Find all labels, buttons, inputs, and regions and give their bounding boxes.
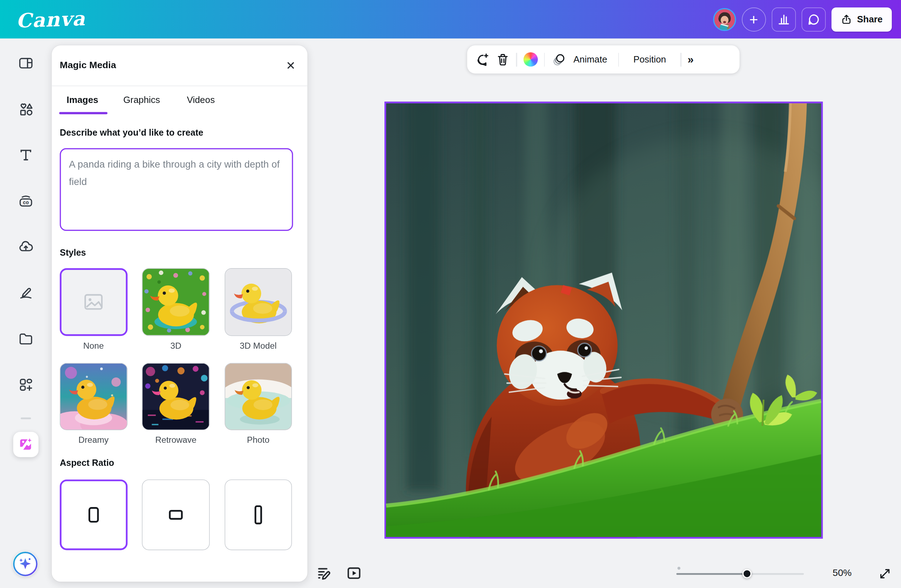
tab-graphics[interactable]: Graphics [112,86,171,114]
zoom-slider-fill [677,573,747,574]
style-thumb-3d-model [224,268,292,336]
add-comment-icon[interactable] [475,52,489,67]
style-thumb-dreamy [60,362,127,430]
toolbar-divider [516,53,517,66]
magic-media-icon [19,437,33,452]
style-thumb-retrowave [142,362,210,430]
aspect-option-square[interactable] [60,479,127,550]
panel-tabs: Images Graphics Videos [53,86,307,114]
insights-button[interactable] [771,7,795,31]
animate-icon [552,53,566,66]
close-icon[interactable]: ✕ [282,57,299,74]
panel-title: Magic Media [60,60,116,71]
animate-label: Animate [570,54,610,65]
sidebar-item-design[interactable] [9,45,42,81]
red-panda-artwork [386,103,821,537]
landscape-ratio-icon [169,510,183,520]
share-button[interactable]: Share [831,7,892,31]
portrait-ratio-icon [254,505,262,524]
selection-toolbar: Animate Position » [467,45,740,73]
sidebar-item-text[interactable] [9,137,42,173]
aspect-option-portrait[interactable] [224,479,292,550]
toolbar-divider [618,53,619,66]
canvas-selected-image[interactable] [384,101,823,539]
more-tools-chevron-icon[interactable]: » [687,53,694,66]
elements-icon [18,101,34,117]
present-play-icon[interactable] [346,565,362,581]
topbar-actions: + [713,7,901,31]
style-thumb-photo [224,362,292,430]
style-label: 3D [170,340,181,350]
sidebar-item-projects[interactable] [9,321,42,356]
zoom-controls: 50% [677,565,892,582]
user-avatar[interactable] [713,8,736,31]
tab-images[interactable]: Images [53,86,112,114]
canva-logo[interactable]: Canva [16,6,86,32]
tab-videos[interactable]: Videos [171,86,231,114]
style-option-dreamy[interactable]: Dreamy [60,362,127,444]
sidebar-item-elements[interactable] [9,91,42,127]
zoom-level: 50% [833,568,852,579]
footer-left-tools [316,565,362,581]
sidebar-item-magic-media-active[interactable] [13,431,38,457]
top-bar: Canva + [0,0,901,38]
image-placeholder-icon [61,270,125,334]
styles-grid: None [60,268,293,445]
magic-media-panel: Magic Media ✕ Images Graphics Videos Des… [52,45,308,582]
style-label: Retrowave [155,435,196,444]
panel-body: Describe what you’d like to create Style… [52,128,308,550]
delete-trash-icon[interactable] [496,53,510,66]
aspect-ratio-heading: Aspect Ratio [60,458,293,468]
aspect-ratio-grid [60,479,293,550]
sidebar-divider [20,418,31,419]
style-label: Dreamy [78,435,109,444]
chat-bubble-icon [806,12,820,26]
style-label: 3D Model [240,340,277,350]
sidebar-item-draw[interactable] [9,275,42,311]
svg-text:co: co [23,199,29,205]
fullscreen-expand-icon[interactable] [878,567,892,580]
notes-icon[interactable] [316,565,332,581]
style-thumb-3d [142,268,210,336]
share-label: Share [857,14,882,25]
sidebar-item-brand[interactable]: co [9,183,42,219]
style-label: Photo [247,435,269,444]
prompt-input[interactable] [60,148,293,231]
style-option-3d[interactable]: 3D [142,268,210,350]
sidebar-item-apps[interactable] [9,367,42,402]
square-ratio-icon [89,507,99,523]
zoom-slider-thumb[interactable] [742,569,752,579]
toolbar-divider [544,53,545,66]
canva-editor: Canva + [0,0,901,588]
panel-header: Magic Media ✕ [52,45,308,86]
add-member-button[interactable]: + [742,7,765,31]
comments-button[interactable] [801,7,825,31]
animate-button[interactable]: Animate [551,53,612,66]
active-tab-indicator [59,112,108,114]
style-option-photo[interactable]: Photo [224,362,292,444]
sidebar-item-uploads[interactable] [9,229,42,264]
style-option-none[interactable]: None [60,268,127,350]
sidebar: co [0,38,52,588]
canva-assistant-button[interactable] [13,551,38,577]
share-export-icon [840,14,852,25]
aspect-option-landscape[interactable] [142,479,210,550]
bar-chart-icon [777,12,790,26]
styles-heading: Styles [60,247,293,258]
describe-heading: Describe what you’d like to create [60,128,293,138]
style-thumb-none [60,268,127,336]
avatar-image [714,9,735,30]
zoom-slider[interactable] [677,573,804,574]
position-button[interactable]: Position [625,54,674,65]
zoom-fit-marker [678,567,680,569]
apps-icon [18,377,34,393]
style-label: None [83,340,104,350]
cloud-upload-icon [18,239,34,255]
color-picker-icon[interactable] [523,52,538,66]
style-option-3d-model[interactable]: 3D Model [224,268,292,350]
plus-icon: + [749,12,758,26]
sparkle-assistant-icon [13,551,38,577]
style-option-retrowave[interactable]: Retrowave [142,362,210,444]
brand-icon: co [18,193,34,209]
design-icon [18,55,34,71]
